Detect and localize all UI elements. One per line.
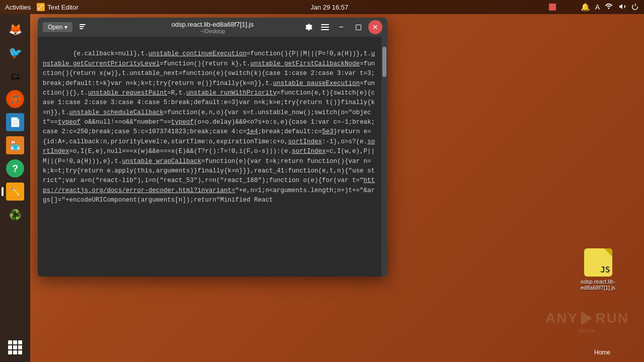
maximize-icon — [356, 25, 361, 30]
bell-icon[interactable]: 🔔 — [581, 3, 590, 12]
apps-grid-icon — [8, 340, 22, 354]
desktop-icon-label: odsp.react.lib-ed8a68f7[1].js — [581, 279, 615, 291]
sidebar-item-appstore[interactable]: 🏪 — [5, 135, 26, 156]
minimize-button[interactable]: − — [334, 20, 348, 34]
text-editor-icon: ✏️ — [6, 183, 24, 201]
hamburger-line-1 — [321, 24, 329, 25]
text-editor-window: Open ▾ odsp.react.lib-ed8a68f7[1].js ~/D… — [38, 18, 387, 277]
rhythmbox-icon: 🎵 — [6, 90, 24, 108]
window-controls: − ✕ — [302, 20, 382, 34]
text-editor-topbar-icon — [37, 3, 45, 11]
close-icon: ✕ — [372, 23, 378, 31]
topbar-center: Jan 29 16:57 — [310, 4, 348, 11]
topbar: Activities Text Editor Jan 29 16:57 🔔 A — [0, 0, 644, 14]
sidebar-item-rhythmbox[interactable]: 🎵 — [5, 88, 26, 110]
sound-icon[interactable] — [618, 3, 626, 12]
minimize-icon: − — [339, 23, 343, 31]
topbar-left: Activities Text Editor — [5, 3, 78, 11]
notification-dot — [549, 4, 556, 11]
anyrun-play-icon — [581, 311, 592, 325]
scrollbar[interactable] — [381, 37, 387, 277]
anyrun-text-run: RUN — [595, 310, 629, 326]
help-icon: ? — [6, 159, 24, 177]
thunderbird-icon: 🐦 — [9, 46, 22, 59]
hamburger-menu-button[interactable] — [319, 22, 331, 32]
js-icon-img: JS — [584, 248, 612, 277]
network-status-icon[interactable] — [605, 3, 613, 12]
pencil-icon — [38, 4, 44, 10]
window-content: {e.callback=null},t.unstable_continueExe… — [38, 37, 387, 277]
window-title: odsp.react.lib-ed8a68f7[1].js ~/Desktop — [172, 21, 254, 34]
sidebar-item-firefox[interactable]: 🦊 — [5, 19, 26, 40]
app-name-label: Text Editor — [47, 4, 78, 11]
open-button[interactable]: Open ▾ — [43, 22, 72, 32]
desktop-js-file-icon[interactable]: JS odsp.react.lib-ed8a68f7[1].js — [579, 246, 617, 314]
sidebar-item-libreoffice[interactable]: 📄 — [5, 112, 26, 133]
anyrun-logo: ANY RUN — [545, 310, 629, 326]
hamburger-line-2 — [321, 27, 329, 28]
sidebar-item-thunderbird[interactable]: 🐦 — [5, 42, 26, 63]
firefox-icon: 🦊 — [9, 23, 22, 36]
sidebar-item-help[interactable]: ? — [5, 158, 26, 179]
window-path: ~/Desktop — [172, 28, 254, 34]
anyrun-text-any: ANY — [545, 310, 578, 326]
desktop: Activities Text Editor Jan 29 16:57 🔔 A — [0, 0, 644, 362]
recycle-icon: ♻️ — [9, 209, 22, 221]
font-icon[interactable]: A — [595, 3, 600, 11]
code-content[interactable]: {e.callback=null},t.unstable_continueExe… — [38, 37, 381, 277]
libreoffice-icon: 📄 — [6, 113, 24, 131]
maximize-button[interactable] — [351, 20, 365, 34]
topbar-right: 🔔 A — [581, 3, 639, 12]
home-label: Home — [594, 349, 610, 356]
close-button[interactable]: ✕ — [368, 20, 382, 34]
sidebar-item-files[interactable]: 🗂 — [5, 65, 26, 86]
power-icon[interactable] — [631, 3, 639, 12]
settings-button[interactable] — [302, 20, 316, 34]
sidebar-dock: 🦊 🐦 🗂 🎵 📄 🏪 ? — [0, 14, 30, 362]
recent-button[interactable] — [76, 21, 89, 34]
anyrun-watermark: ANY RUN Home — [545, 310, 629, 334]
sidebar-item-recycle[interactable]: ♻️ — [5, 204, 26, 225]
svg-rect-2 — [79, 26, 84, 27]
app-indicator: Text Editor — [37, 3, 78, 11]
scrollbar-thumb[interactable] — [382, 47, 386, 77]
window-header: Open ▾ odsp.react.lib-ed8a68f7[1].js ~/D… — [38, 18, 387, 37]
svg-rect-0 — [38, 9, 39, 10]
datetime-label: Jan 29 16:57 — [310, 4, 348, 11]
activities-button[interactable]: Activities — [5, 4, 31, 11]
appstore-icon: 🏪 — [6, 136, 24, 154]
svg-rect-1 — [79, 24, 86, 25]
svg-rect-3 — [79, 28, 83, 29]
anyrun-home-label: Home — [579, 327, 595, 334]
window-filename: odsp.react.lib-ed8a68f7[1].js — [172, 21, 254, 28]
hamburger-line-3 — [321, 29, 329, 30]
sidebar-item-apps[interactable] — [5, 337, 26, 358]
sidebar-item-text-editor[interactable]: ✏️ — [5, 181, 26, 202]
code-text: {e.callback=null},t.unstable_continueExe… — [43, 50, 375, 204]
settings-icon — [305, 23, 313, 31]
recent-icon — [78, 23, 87, 31]
files-icon: 🗂 — [10, 70, 20, 82]
